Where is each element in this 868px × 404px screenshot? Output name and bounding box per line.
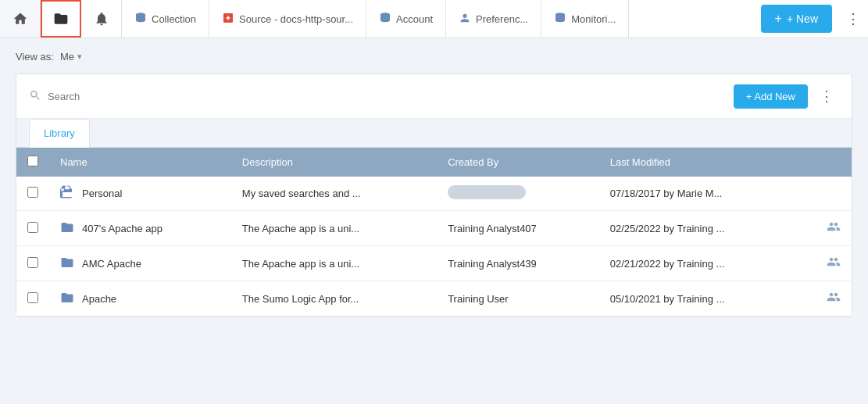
row-1-name: 407's Apache app: [82, 223, 163, 234]
col-description: Description: [231, 148, 437, 177]
row-3-created-by: Training User: [437, 281, 599, 316]
col-checkbox: [16, 148, 49, 177]
home-button[interactable]: [0, 0, 41, 38]
row-0-checkbox[interactable]: [27, 187, 38, 198]
preferences-icon: [459, 12, 471, 27]
row-1-name-cell: 407's Apache app: [49, 211, 231, 246]
row-3-name-wrapper: Apache: [60, 291, 220, 307]
top-nav: Collection Source - docs-http-sour... Ac…: [0, 0, 868, 38]
table-header: Name Description Created By Last Modifie…: [16, 148, 852, 177]
row-1-created-by: Training Analyst407: [437, 211, 599, 246]
view-as-bar: View as: Me ▾: [16, 51, 852, 63]
row-0-name: Personal: [82, 188, 122, 199]
row-2-name: AMC Apache: [82, 258, 141, 270]
row-3-description: The Sumo Logic App for...: [231, 281, 437, 316]
nav-more-icon: ⋮: [846, 10, 860, 27]
tab-monitoring-label: Monitori...: [571, 13, 616, 25]
row-2-checkbox[interactable]: [27, 257, 38, 268]
row-1-folder-icon: [60, 220, 74, 237]
table-row: ApacheThe Sumo Logic App for...Training …: [16, 281, 852, 316]
table-row: AMC ApacheThe Apache app is a uni...Trai…: [16, 246, 852, 281]
collection-icon: [134, 12, 147, 27]
tab-collection-label: Collection: [152, 13, 196, 25]
tab-collection[interactable]: Collection: [122, 0, 209, 38]
row-0-last-modified: 07/18/2017 by Marie M...: [599, 177, 799, 211]
tab-preferences[interactable]: Preferenc...: [446, 0, 541, 38]
row-3-name-cell: Apache: [49, 281, 231, 316]
view-as-chevron: ▾: [77, 52, 82, 62]
add-new-button[interactable]: + Add New: [734, 84, 808, 109]
row-1-name-wrapper: 407's Apache app: [60, 220, 220, 237]
row-2-name-wrapper: AMC Apache: [60, 256, 220, 272]
row-0-description: My saved searches and ...: [231, 177, 437, 211]
monitoring-icon: [554, 12, 566, 27]
row-2-created-by: Training Analyst439: [437, 246, 599, 281]
source-icon: [222, 12, 234, 27]
table-wrapper: Name Description Created By Last Modifie…: [16, 148, 852, 316]
library-toolbar: + Add New ⋮: [16, 74, 852, 119]
library-card: + Add New ⋮ Library: [16, 73, 852, 317]
col-created-by: Created By: [437, 148, 599, 177]
row-2-shared-icon: [827, 258, 841, 271]
view-as-value: Me: [60, 51, 74, 63]
tab-monitoring[interactable]: Monitori...: [541, 0, 629, 38]
row-3-actions: [799, 281, 852, 316]
table-row: 407's Apache appThe Apache app is a uni.…: [16, 211, 852, 246]
tab-preferences-label: Preferenc...: [476, 13, 528, 25]
col-last-modified: Last Modified: [599, 148, 799, 177]
row-2-checkbox-cell: [16, 246, 49, 281]
row-1-checkbox[interactable]: [27, 222, 38, 233]
col-actions: [799, 148, 852, 177]
row-0-checkbox-cell: [16, 177, 49, 211]
row-3-shared-icon: [827, 293, 841, 306]
main-content: View as: Me ▾ + Add New ⋮: [0, 38, 868, 330]
row-3-name: Apache: [82, 293, 116, 305]
search-input[interactable]: [48, 91, 734, 102]
row-1-last-modified: 02/25/2022 by Training ...: [599, 211, 799, 246]
new-button-icon: +: [775, 12, 782, 26]
view-as-label: View as:: [16, 51, 54, 63]
table-body: PersonalMy saved searches and ...07/18/2…: [16, 177, 852, 316]
bell-button[interactable]: [81, 0, 122, 38]
row-1-shared-icon: [827, 223, 841, 236]
row-1-description: The Apache app is a uni...: [231, 211, 437, 246]
row-2-last-modified: 02/21/2022 by Training ...: [599, 246, 799, 281]
row-1-checkbox-cell: [16, 211, 49, 246]
row-2-folder-icon: [60, 256, 74, 272]
folder-button[interactable]: [41, 0, 81, 38]
library-tabs: Library: [16, 119, 852, 148]
row-2-actions: [799, 246, 852, 281]
toolbar-actions: + Add New ⋮: [734, 84, 839, 109]
add-new-label: + Add New: [746, 91, 795, 102]
row-0-name-wrapper: Personal: [60, 185, 220, 202]
row-0-actions: [799, 177, 852, 211]
search-area: [29, 89, 734, 104]
row-2-name-cell: AMC Apache: [49, 246, 231, 281]
row-0-created-by: [437, 177, 599, 211]
nav-more-button[interactable]: ⋮: [838, 0, 868, 38]
new-button-label: + New: [787, 13, 818, 25]
row-3-folder-icon: [60, 291, 74, 307]
row-1-actions: [799, 211, 852, 246]
tab-account[interactable]: Account: [366, 0, 446, 38]
tab-source-label: Source - docs-http-sour...: [239, 13, 353, 25]
library-more-icon: ⋮: [820, 88, 834, 105]
row-0-name-cell: Personal: [49, 177, 231, 211]
search-icon: [29, 89, 41, 104]
view-as-select[interactable]: Me ▾: [60, 51, 82, 63]
select-all-checkbox[interactable]: [27, 156, 38, 166]
library-table: Name Description Created By Last Modifie…: [16, 148, 852, 316]
table-row: PersonalMy saved searches and ...07/18/2…: [16, 177, 852, 211]
library-more-button[interactable]: ⋮: [814, 84, 839, 109]
tab-account-label: Account: [396, 13, 433, 25]
tab-source[interactable]: Source - docs-http-sour...: [209, 0, 366, 38]
new-button[interactable]: + + New: [761, 5, 832, 33]
row-0-redacted: [448, 185, 526, 199]
row-3-checkbox[interactable]: [27, 292, 38, 303]
account-db-icon: [379, 12, 391, 27]
col-name: Name: [49, 148, 231, 177]
row-2-description: The Apache app is a uni...: [231, 246, 437, 281]
tab-library[interactable]: Library: [29, 119, 90, 148]
tab-library-label: Library: [44, 127, 75, 139]
row-3-checkbox-cell: [16, 281, 49, 316]
